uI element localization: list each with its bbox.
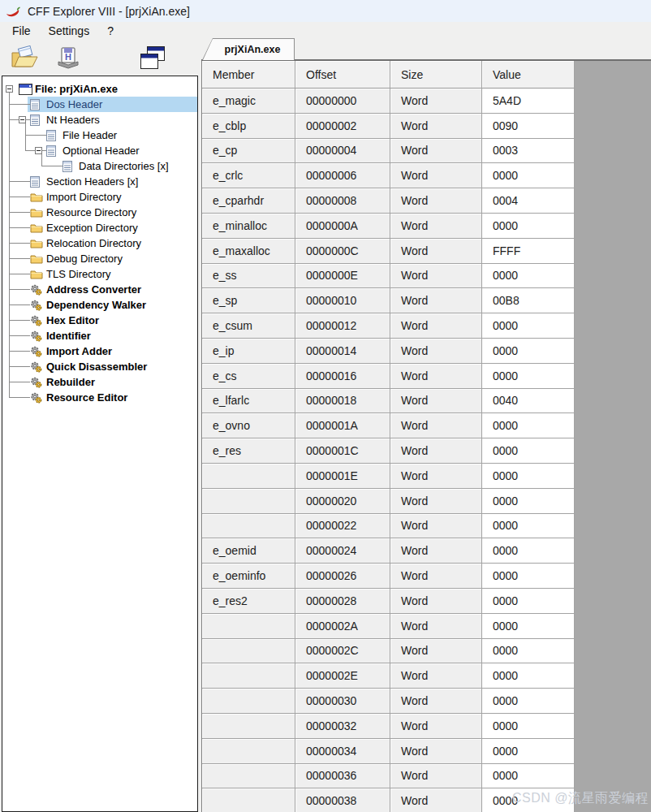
list-icon (30, 99, 44, 110)
expander-minus-icon[interactable] (35, 147, 42, 154)
tree-item-nt-headers[interactable]: Nt Headers (2, 112, 197, 127)
switch-window-button[interactable] (135, 41, 170, 74)
cell-value[interactable]: 0000 (482, 214, 575, 239)
table-row[interactable]: e_ss0000000EWord0000 (202, 264, 575, 289)
tree-item-import-adder[interactable]: Import Adder (2, 343, 197, 359)
cell-value[interactable]: 5A4D (482, 89, 575, 114)
cell-value[interactable]: 00B8 (482, 288, 575, 313)
tree-item-dependency-walker[interactable]: Dependency Walker (2, 297, 197, 313)
tree-item-section-headers-x[interactable]: Section Headers [x] (2, 174, 197, 189)
save-file-button[interactable]: H (50, 41, 86, 74)
cell-offset: 00000014 (295, 339, 390, 364)
cell-value[interactable]: 0000 (482, 689, 575, 714)
table-row[interactable]: e_minalloc0000000AWord0000 (202, 214, 575, 239)
cell-value[interactable]: 0000 (482, 564, 575, 589)
cell-value[interactable]: 0000 (482, 639, 575, 664)
table-row[interactable]: 00000032Word0000 (202, 714, 575, 739)
table-row[interactable]: e_cs00000016Word0000 (202, 364, 575, 389)
tree-item-debug-directory[interactable]: Debug Directory (2, 251, 197, 266)
table-row[interactable]: e_lfarlc00000018Word0040 (202, 389, 575, 414)
tree-item-label: Resource Editor (46, 390, 127, 405)
menu-item-help[interactable]: ? (98, 23, 123, 39)
tree-item-relocation-directory[interactable]: Relocation Directory (2, 235, 197, 251)
menu-item-file[interactable]: File (3, 23, 40, 39)
cell-value[interactable]: 0000 (482, 438, 575, 464)
tree-connector (9, 351, 30, 352)
tree-item-import-directory[interactable]: Import Directory (2, 189, 197, 205)
column-header-offset[interactable]: Offset (295, 61, 390, 89)
table-row[interactable]: e_csum00000012Word0000 (202, 313, 575, 339)
table-row[interactable]: 00000020Word0000 (202, 489, 575, 514)
column-header-size[interactable]: Size (390, 61, 482, 89)
table-row[interactable]: e_res0000001CWord0000 (202, 438, 575, 464)
cell-value[interactable]: 0000 (482, 464, 575, 489)
tree-item-exception-directory[interactable]: Exception Directory (2, 220, 197, 235)
tree-item-address-converter[interactable]: Address Converter (2, 282, 197, 297)
table-row[interactable]: 0000001EWord0000 (202, 464, 575, 489)
table-row[interactable]: e_oeminfo00000026Word0000 (202, 564, 575, 589)
cell-value[interactable]: 0000 (482, 489, 575, 514)
cell-value[interactable]: 0040 (482, 389, 575, 414)
cell-value[interactable]: 0000 (482, 538, 575, 564)
table-row[interactable]: e_crlc00000006Word0000 (202, 163, 575, 188)
tree-connector (25, 135, 46, 136)
tree-item-file-header[interactable]: File Header (2, 127, 197, 143)
table-row[interactable]: e_cblp00000002Word0090 (202, 114, 575, 139)
table-row[interactable]: 00000034Word0000 (202, 739, 575, 764)
column-header-member[interactable]: Member (202, 61, 295, 89)
tree-item-resource-editor[interactable]: Resource Editor (2, 390, 197, 405)
table-row[interactable]: e_cp00000004Word0003 (202, 139, 575, 164)
tree-connector (9, 335, 30, 336)
cell-value[interactable]: 0000 (482, 739, 575, 764)
table-row[interactable]: 00000036Word0000 (202, 764, 575, 789)
cell-value[interactable]: FFFF (482, 239, 575, 264)
open-file-button[interactable] (6, 41, 42, 74)
table-row[interactable]: e_magic00000000Word5A4D (202, 89, 575, 114)
cell-value[interactable]: 0003 (482, 139, 575, 164)
cell-value[interactable]: 0000 (482, 764, 575, 789)
cell-value[interactable]: 0000 (482, 589, 575, 614)
table-row[interactable]: 0000002CWord0000 (202, 639, 575, 664)
table-row[interactable]: e_ip00000014Word0000 (202, 339, 575, 364)
table-row[interactable]: e_maxalloc0000000CWordFFFF (202, 239, 575, 264)
tree-item-identifier[interactable]: Identifier (2, 328, 197, 343)
tree-item-rebuilder[interactable]: Rebuilder (2, 374, 197, 390)
table-row[interactable]: 00000022Word0000 (202, 514, 575, 539)
tree-item-quick-disassembler[interactable]: Quick Disassembler (2, 359, 197, 374)
expander-minus-icon[interactable] (19, 116, 26, 123)
tree-item-optional-header[interactable]: Optional Header (2, 143, 197, 158)
table-row[interactable]: e_cparhdr00000008Word0004 (202, 188, 575, 214)
cell-value[interactable]: 0004 (482, 188, 575, 214)
cell-value[interactable]: 0000 (482, 264, 575, 289)
table-row[interactable]: e_sp00000010Word00B8 (202, 288, 575, 313)
cell-value[interactable]: 0000 (482, 364, 575, 389)
tree-item-tls-directory[interactable]: TLS Directory (2, 266, 197, 282)
table-row[interactable]: e_oemid00000024Word0000 (202, 538, 575, 564)
expander-minus-icon[interactable] (6, 85, 13, 93)
tree-item-file-prjxian-exe[interactable]: File: prjXiAn.exe (2, 81, 197, 97)
cell-size: Word (390, 364, 482, 389)
table-row[interactable]: 0000002EWord0000 (202, 663, 575, 689)
tree-item-resource-directory[interactable]: Resource Directory (2, 205, 197, 220)
cell-value[interactable]: 0000 (482, 514, 575, 539)
cell-value[interactable]: 0090 (482, 114, 575, 139)
cell-value[interactable]: 0000 (482, 614, 575, 639)
column-header-value[interactable]: Value (482, 61, 575, 89)
cell-value[interactable]: 0000 (482, 714, 575, 739)
cell-value[interactable]: 0000 (482, 663, 575, 689)
cell-value[interactable]: 0000 (482, 163, 575, 188)
menu-item-settings[interactable]: Settings (40, 23, 99, 39)
table-row[interactable]: 0000002AWord0000 (202, 614, 575, 639)
tree-item-dos-header[interactable]: Dos Header (2, 97, 197, 112)
cell-value[interactable]: 0000 (482, 339, 575, 364)
cell-value[interactable]: 0000 (482, 313, 575, 339)
tab-prjxian-exe[interactable]: prjXiAn.exe (202, 38, 295, 60)
cell-member: e_oemid (202, 538, 295, 564)
cell-value[interactable]: 0000 (482, 413, 575, 438)
tree-item-data-directories-x[interactable]: Data Directories [x] (2, 158, 197, 174)
table-row[interactable]: e_ovno0000001AWord0000 (202, 413, 575, 438)
tools-icon (30, 392, 44, 404)
table-row[interactable]: 00000030Word0000 (202, 689, 575, 714)
tree-item-hex-editor[interactable]: Hex Editor (2, 313, 197, 328)
table-row[interactable]: e_res200000028Word0000 (202, 589, 575, 614)
